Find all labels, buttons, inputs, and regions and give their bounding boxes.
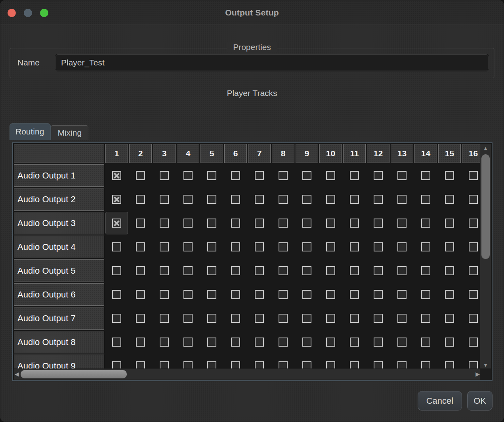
route-checkbox[interactable]: [374, 195, 383, 204]
route-checkbox[interactable]: [374, 314, 383, 323]
scroll-left-icon[interactable]: ◀: [15, 371, 19, 377]
matrix-cell[interactable]: [391, 283, 413, 306]
route-checkbox[interactable]: [207, 266, 216, 275]
matrix-cell[interactable]: [462, 259, 481, 282]
matrix-cell[interactable]: [319, 164, 342, 187]
route-checkbox[interactable]: [374, 338, 383, 347]
matrix-cell[interactable]: [367, 307, 389, 330]
route-checkbox[interactable]: [231, 219, 240, 228]
route-checkbox[interactable]: [302, 266, 311, 275]
matrix-cell[interactable]: [248, 307, 271, 330]
matrix-cell[interactable]: [105, 164, 128, 187]
matrix-cell[interactable]: [177, 212, 199, 234]
matrix-cell[interactable]: [200, 331, 223, 353]
vertical-scrollbar-thumb[interactable]: [481, 154, 490, 259]
route-checkbox[interactable]: [469, 314, 478, 323]
route-checkbox[interactable]: [136, 314, 145, 323]
matrix-cell[interactable]: [343, 283, 366, 306]
matrix-cell[interactable]: [391, 212, 413, 234]
route-checkbox[interactable]: [255, 361, 264, 369]
route-checkbox[interactable]: [160, 290, 169, 299]
matrix-cell[interactable]: [248, 188, 271, 211]
matrix-cell[interactable]: [391, 164, 413, 187]
matrix-cell[interactable]: [296, 355, 318, 369]
route-checkbox[interactable]: [302, 361, 311, 369]
title-bar[interactable]: Output Setup: [0, 0, 504, 25]
route-checkbox[interactable]: [326, 266, 335, 275]
matrix-cell[interactable]: [105, 331, 128, 353]
matrix-cell[interactable]: [248, 259, 271, 282]
matrix-cell[interactable]: [438, 212, 461, 234]
route-checkbox[interactable]: [183, 290, 193, 299]
route-checkbox-checked[interactable]: [112, 171, 121, 180]
matrix-cell[interactable]: [200, 283, 223, 306]
route-checkbox[interactable]: [350, 219, 359, 228]
matrix-cell[interactable]: [105, 355, 128, 369]
matrix-cell[interactable]: [367, 236, 389, 258]
matrix-cell[interactable]: [153, 307, 176, 330]
matrix-cell[interactable]: [296, 283, 318, 306]
matrix-cell[interactable]: [272, 188, 294, 211]
matrix-cell[interactable]: [391, 259, 413, 282]
matrix-cell[interactable]: [272, 307, 294, 330]
matrix-cell[interactable]: [462, 236, 481, 258]
route-checkbox[interactable]: [350, 195, 359, 204]
route-checkbox[interactable]: [279, 171, 288, 180]
matrix-cell[interactable]: [129, 331, 152, 353]
matrix-cell[interactable]: [153, 259, 176, 282]
matrix-cell[interactable]: [105, 307, 128, 330]
matrix-cell[interactable]: [319, 307, 342, 330]
matrix-cell[interactable]: [296, 236, 318, 258]
matrix-cell[interactable]: [438, 331, 461, 353]
matrix-cell[interactable]: [414, 259, 437, 282]
route-checkbox-checked[interactable]: [112, 195, 121, 204]
matrix-cell[interactable]: [462, 307, 481, 330]
matrix-cell[interactable]: [319, 355, 342, 369]
matrix-cell[interactable]: [414, 212, 437, 234]
route-checkbox[interactable]: [231, 338, 240, 347]
matrix-cell[interactable]: [129, 188, 152, 211]
route-checkbox[interactable]: [207, 361, 216, 369]
matrix-cell[interactable]: [319, 259, 342, 282]
route-checkbox[interactable]: [421, 171, 430, 180]
matrix-cell[interactable]: [462, 188, 481, 211]
route-checkbox[interactable]: [183, 361, 193, 369]
route-checkbox[interactable]: [279, 290, 288, 299]
route-checkbox[interactable]: [421, 314, 430, 323]
route-checkbox[interactable]: [350, 338, 359, 347]
matrix-cell[interactable]: [414, 236, 437, 258]
tab-mixing[interactable]: Mixing: [51, 125, 88, 140]
route-checkbox[interactable]: [183, 242, 193, 251]
route-checkbox[interactable]: [183, 314, 193, 323]
route-checkbox[interactable]: [231, 195, 240, 204]
route-checkbox[interactable]: [136, 171, 145, 180]
route-checkbox[interactable]: [231, 171, 240, 180]
matrix-cell[interactable]: [177, 164, 199, 187]
route-checkbox[interactable]: [112, 338, 121, 347]
route-checkbox[interactable]: [469, 266, 478, 275]
horizontal-scrollbar-thumb[interactable]: [21, 370, 127, 378]
route-checkbox[interactable]: [255, 290, 264, 299]
matrix-cell[interactable]: [343, 188, 366, 211]
route-checkbox[interactable]: [350, 242, 359, 251]
matrix-cell[interactable]: [200, 355, 223, 369]
route-checkbox[interactable]: [183, 266, 193, 275]
matrix-cell[interactable]: [224, 212, 247, 234]
matrix-cell[interactable]: [105, 259, 128, 282]
matrix-cell[interactable]: [200, 212, 223, 234]
route-checkbox[interactable]: [469, 219, 478, 228]
route-checkbox[interactable]: [445, 195, 454, 204]
matrix-cell[interactable]: [177, 259, 199, 282]
route-checkbox[interactable]: [397, 242, 407, 251]
tab-routing[interactable]: Routing: [10, 123, 51, 140]
matrix-cell[interactable]: [462, 164, 481, 187]
matrix-cell[interactable]: [153, 355, 176, 369]
route-checkbox[interactable]: [397, 338, 407, 347]
route-checkbox[interactable]: [255, 171, 264, 180]
route-checkbox[interactable]: [183, 171, 193, 180]
matrix-cell[interactable]: [177, 283, 199, 306]
matrix-cell[interactable]: [414, 307, 437, 330]
route-checkbox[interactable]: [445, 290, 454, 299]
route-checkbox[interactable]: [160, 219, 169, 228]
route-checkbox-checked[interactable]: [112, 219, 121, 228]
